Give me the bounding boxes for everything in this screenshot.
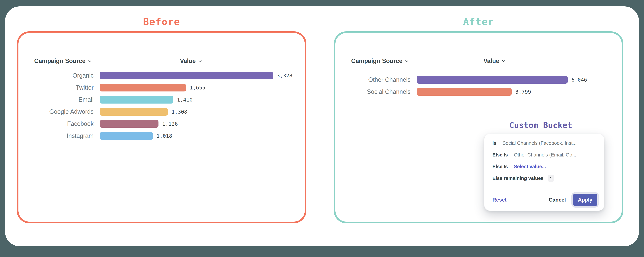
chart-row: Facebook1,126 xyxy=(18,118,305,130)
value-label: 3,799 xyxy=(515,89,531,95)
chevron-down-icon xyxy=(502,59,506,63)
bar-track: 1,410 xyxy=(100,96,192,104)
category-label: Instagram xyxy=(18,132,94,139)
chevron-down-icon xyxy=(88,59,92,63)
rule-operator-label: Else Is xyxy=(492,152,508,158)
info-icon[interactable]: i xyxy=(548,175,554,182)
dialog-divider xyxy=(484,189,604,189)
category-label: Social Channels xyxy=(336,88,410,95)
dimension-header-label: Campaign Source xyxy=(34,57,86,64)
category-label: Twitter xyxy=(18,84,94,91)
measure-header[interactable]: Value xyxy=(484,57,506,64)
chart-row: Other Channels6,046 xyxy=(336,74,622,86)
bucket-rules-list: IsSocial Channels (Facebook, Inst...Else… xyxy=(484,134,604,184)
bar-track: 1,018 xyxy=(100,132,172,140)
bar-track: 1,308 xyxy=(100,108,187,116)
before-chart-rows: Organic3,328Twitter1,655Email1,410Google… xyxy=(18,69,305,142)
rule-value[interactable]: Social Channels (Facebook, Inst... xyxy=(502,140,576,146)
dimension-header[interactable]: Campaign Source xyxy=(336,57,410,64)
select-value-link[interactable]: Select value... xyxy=(514,164,546,169)
value-label: 1,655 xyxy=(190,85,205,91)
bucket-rule-row: Else IsSelect value... xyxy=(492,161,598,172)
before-chart-header: Campaign Source Value xyxy=(18,57,305,64)
chart-row: Twitter1,655 xyxy=(18,82,305,94)
before-chart: Campaign Source Value Organic3,328Twitte… xyxy=(18,57,305,142)
category-label: Facebook xyxy=(18,120,94,127)
measure-header-label: Value xyxy=(484,57,499,64)
bar-track: 1,126 xyxy=(100,120,178,128)
after-title: After xyxy=(334,17,623,27)
value-label: 1,126 xyxy=(162,121,178,127)
rule-operator-label: Else Is xyxy=(492,164,508,169)
chart-row: Organic3,328 xyxy=(18,69,305,82)
chevron-down-icon xyxy=(198,59,202,63)
chart-row: Google Adwords1,308 xyxy=(18,106,305,118)
custom-bucket-title: Custom Bucket xyxy=(504,121,578,129)
dimension-header-label: Campaign Source xyxy=(351,57,402,64)
after-chart: Campaign Source Value Other Channels6,04… xyxy=(336,57,622,98)
cancel-button[interactable]: Cancel xyxy=(549,197,566,203)
value-label: 1,308 xyxy=(172,109,187,115)
value-bar[interactable] xyxy=(100,72,273,79)
after-chart-rows: Other Channels6,046Social Channels3,799 xyxy=(336,74,622,98)
value-label: 6,046 xyxy=(572,77,587,83)
page-background: { "before_panel": { "title": "Before", "… xyxy=(0,0,644,257)
apply-button[interactable]: Apply xyxy=(573,194,598,206)
dialog-footer: Reset Cancel Apply xyxy=(492,193,598,207)
content-card: Before After Campaign Source Value Organ… xyxy=(5,6,639,246)
value-bar[interactable] xyxy=(417,76,568,84)
measure-header-label: Value xyxy=(180,57,196,64)
measure-header-cell: Value xyxy=(410,57,622,64)
rule-operator-label: Else remaining values xyxy=(492,176,544,181)
value-bar[interactable] xyxy=(100,108,168,116)
chart-row: Social Channels3,799 xyxy=(336,86,622,98)
bar-track: 3,328 xyxy=(100,72,292,79)
rule-operator-label: Is xyxy=(492,140,496,146)
reset-button[interactable]: Reset xyxy=(492,197,506,203)
bar-track: 3,799 xyxy=(417,88,531,96)
dimension-header[interactable]: Campaign Source xyxy=(18,57,94,64)
custom-bucket-dialog: IsSocial Channels (Facebook, Inst...Else… xyxy=(484,134,604,211)
bucket-rule-row: Else remaining valuesi xyxy=(492,172,598,184)
chart-row: Email1,410 xyxy=(18,94,305,106)
rule-value[interactable]: Other Channels (Email, Go... xyxy=(514,152,576,158)
category-label: Google Adwords xyxy=(18,108,94,115)
category-label: Other Channels xyxy=(336,76,410,83)
value-label: 1,018 xyxy=(156,133,172,139)
measure-header[interactable]: Value xyxy=(180,57,202,64)
measure-header-cell: Value xyxy=(94,57,305,64)
value-bar[interactable] xyxy=(100,120,158,128)
chart-row: Instagram1,018 xyxy=(18,130,305,142)
value-label: 3,328 xyxy=(277,72,292,79)
after-chart-header: Campaign Source Value xyxy=(336,57,622,64)
chevron-down-icon xyxy=(405,59,409,63)
value-bar[interactable] xyxy=(417,88,512,96)
bucket-rule-row: Else IsOther Channels (Email, Go... xyxy=(492,149,598,161)
bucket-rule-row: IsSocial Channels (Facebook, Inst... xyxy=(492,137,598,149)
bar-track: 1,655 xyxy=(100,84,205,91)
bar-track: 6,046 xyxy=(417,76,587,84)
category-label: Organic xyxy=(18,72,94,79)
before-title: Before xyxy=(17,17,306,27)
category-label: Email xyxy=(18,96,94,103)
value-bar[interactable] xyxy=(100,132,153,140)
value-bar[interactable] xyxy=(100,84,186,91)
value-label: 1,410 xyxy=(177,97,192,103)
before-panel: Campaign Source Value Organic3,328Twitte… xyxy=(17,31,306,223)
value-bar[interactable] xyxy=(100,96,173,104)
